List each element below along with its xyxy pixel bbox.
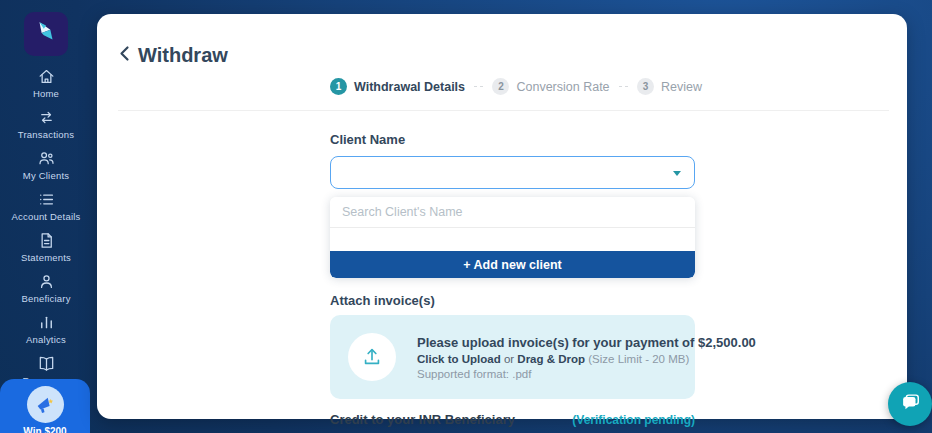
step-number-badge: 1 xyxy=(330,78,347,95)
sidebar-item-win-200[interactable]: Win $200 xyxy=(0,379,90,433)
click-to-upload-text[interactable]: Click to Upload xyxy=(417,353,501,365)
step-withdrawal-details[interactable]: 1 Withdrawal Details xyxy=(330,78,465,95)
attach-invoices-label: Attach invoice(s) xyxy=(330,293,695,308)
sidebar-item-my-clients[interactable]: My Clients xyxy=(0,147,92,182)
client-search-input[interactable] xyxy=(330,197,695,228)
transactions-icon xyxy=(36,107,56,127)
drag-drop-text: Drag & Drop xyxy=(517,353,585,365)
upload-subtitle: Click to Upload or Drag & Drop (Size Lim… xyxy=(417,353,756,365)
step-connector xyxy=(474,86,483,87)
client-name-select[interactable] xyxy=(330,156,695,189)
chevron-left-icon xyxy=(118,45,131,66)
beneficiary-label: Credit to your INR Beneficiary xyxy=(330,412,515,427)
sidebar-item-account-details[interactable]: Account Details xyxy=(0,188,92,223)
step-connector xyxy=(619,86,628,87)
step-label: Withdrawal Details xyxy=(354,80,465,94)
chat-icon xyxy=(899,391,921,417)
chat-widget-button[interactable] xyxy=(888,382,932,426)
sidebar-item-statements[interactable]: Statements xyxy=(0,229,92,264)
my-clients-icon xyxy=(36,148,56,168)
sidebar-nav: Home Transactions My Clients xyxy=(0,65,92,387)
megaphone-icon xyxy=(27,386,64,423)
sidebar-item-label: Account Details xyxy=(11,211,80,222)
step-review[interactable]: 3 Review xyxy=(637,78,702,95)
sidebar-item-label: My Clients xyxy=(23,170,69,181)
sidebar-item-analytics[interactable]: Analytics xyxy=(0,311,92,346)
add-new-client-button[interactable]: + Add new client xyxy=(330,251,695,278)
step-number-badge: 3 xyxy=(637,78,654,95)
promo-label: Win $200 xyxy=(23,426,66,433)
home-icon xyxy=(36,66,56,86)
sidebar: Home Transactions My Clients xyxy=(0,0,92,433)
or-text: or xyxy=(501,353,518,365)
header-divider xyxy=(118,110,889,111)
chevron-down-icon xyxy=(673,171,681,176)
step-conversion-rate[interactable]: 2 Conversion Rate xyxy=(492,78,609,95)
stepper: 1 Withdrawal Details 2 Conversion Rate 3… xyxy=(330,78,702,95)
sidebar-item-label: Beneficiary xyxy=(21,293,70,304)
sidebar-item-beneficiary[interactable]: Beneficiary xyxy=(0,270,92,305)
size-limit-text: (Size Limit - 20 MB) xyxy=(585,353,689,365)
withdraw-panel: Withdraw 1 Withdrawal Details 2 Conversi… xyxy=(97,14,907,419)
client-dropdown-panel: + Add new client xyxy=(330,197,695,278)
supported-format-text: Supported format: .pdf xyxy=(417,368,756,380)
beneficiary-icon xyxy=(36,271,56,291)
account-details-icon xyxy=(36,189,56,209)
step-number-badge: 2 xyxy=(492,78,509,95)
sidebar-item-label: Analytics xyxy=(26,334,66,345)
app-window: Home Transactions My Clients xyxy=(0,0,932,433)
back-button[interactable] xyxy=(118,47,132,65)
page-title: Withdraw xyxy=(138,44,228,67)
sidebar-item-label: Statements xyxy=(21,252,71,263)
statements-icon xyxy=(36,230,56,250)
client-name-label: Client Name xyxy=(330,132,695,147)
page-header: Withdraw xyxy=(118,44,228,67)
sidebar-item-transactions[interactable]: Transactions xyxy=(0,106,92,141)
bird-logo-icon xyxy=(33,19,59,49)
upload-title: Please upload invoice(s) for your paymen… xyxy=(417,335,756,350)
resources-icon xyxy=(36,353,56,373)
step-label: Conversion Rate xyxy=(516,80,609,94)
app-logo[interactable] xyxy=(24,12,68,56)
invoice-upload-dropzone[interactable]: Please upload invoice(s) for your paymen… xyxy=(330,315,695,399)
upload-instructions: Please upload invoice(s) for your paymen… xyxy=(417,335,756,380)
analytics-icon xyxy=(36,312,56,332)
verification-pending-link[interactable]: (Verification pending) xyxy=(572,413,695,427)
upload-icon xyxy=(348,333,396,381)
sidebar-item-home[interactable]: Home xyxy=(0,65,92,100)
client-list-empty-row xyxy=(330,228,695,251)
withdrawal-form: Client Name + Add new client Attach invo… xyxy=(330,132,695,427)
sidebar-item-label: Transactions xyxy=(18,129,74,140)
step-label: Review xyxy=(661,80,702,94)
sidebar-item-label: Home xyxy=(33,88,59,99)
beneficiary-row: Credit to your INR Beneficiary (Verifica… xyxy=(330,412,695,427)
